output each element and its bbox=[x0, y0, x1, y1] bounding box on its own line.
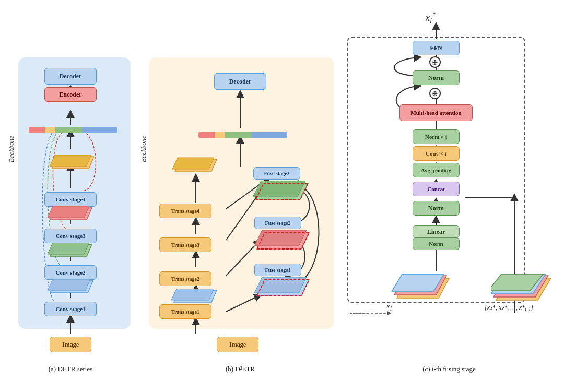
ffn-box-c: FFN bbox=[413, 41, 460, 55]
decoder-box-b: Decoder bbox=[214, 73, 266, 90]
multihead-box-c: Multi-head attention bbox=[400, 104, 473, 121]
trans-stage3-b: Trans stage3 bbox=[159, 237, 212, 252]
svg-marker-15 bbox=[48, 279, 90, 291]
fuse-stage2-box: Fuse stage2 bbox=[254, 217, 312, 253]
feat-map-1-a bbox=[46, 279, 93, 294]
fuse-stage1-box: Fuse stage1 bbox=[254, 264, 312, 300]
color-bar-b bbox=[198, 132, 287, 138]
caption-a: (a) DETR series bbox=[0, 365, 141, 373]
conv-stage3-a: Conv stage3 bbox=[44, 229, 97, 243]
feat-map-2-a bbox=[46, 243, 92, 257]
caption-c: (c) i-th fusing stage bbox=[337, 365, 561, 373]
norm-xi-box-c: Norm × i bbox=[413, 129, 460, 144]
conv-stage2-a: Conv stage2 bbox=[44, 265, 97, 280]
feat-stage1-b bbox=[170, 289, 217, 303]
concat-box-c: Concat bbox=[413, 182, 460, 196]
avg-pool-box-c: Avg. pooling bbox=[413, 163, 460, 177]
encoder-box-a: Encoder bbox=[44, 87, 97, 102]
conv-stage4-a: Conv stage4 bbox=[44, 192, 97, 207]
svg-marker-39 bbox=[171, 289, 214, 300]
norm-mid-c: Norm bbox=[413, 201, 460, 216]
image-box-a: Image bbox=[50, 337, 91, 352]
trans-stage1-b: Trans stage1 bbox=[159, 304, 212, 319]
svg-marker-28 bbox=[172, 158, 214, 169]
fuse-stage3-box: Fuse stage3 bbox=[253, 167, 311, 204]
prev-feat-maps-c bbox=[491, 274, 554, 303]
svg-marker-9 bbox=[50, 155, 91, 167]
trans-stage2-b: Trans stage2 bbox=[159, 271, 212, 286]
trans-stage4-b: Trans stage4 bbox=[159, 204, 212, 218]
backbone-label-b: Backbone bbox=[139, 136, 148, 162]
dotted-arrow-indicator-c: ···········→ bbox=[348, 310, 370, 316]
backbone-label-a: Backbone bbox=[7, 136, 16, 162]
image-box-b: Image bbox=[217, 337, 258, 352]
add-circle-top-c: ⊕ bbox=[429, 56, 441, 68]
feat-map-3-a bbox=[46, 206, 92, 221]
xi-label-c: xi bbox=[386, 302, 392, 313]
decoder-box-a: Decoder bbox=[44, 68, 97, 85]
svg-marker-13 bbox=[48, 243, 89, 254]
color-bar-a bbox=[29, 127, 118, 133]
output-label-c: xi* bbox=[426, 10, 436, 26]
xi-feat-maps-c bbox=[389, 274, 452, 300]
norm-top-c: Norm bbox=[413, 70, 460, 85]
panel-b: Backbone bbox=[138, 0, 342, 376]
svg-marker-11 bbox=[48, 206, 89, 218]
panel-a: Backbone bbox=[0, 0, 141, 376]
conv-stage1-a: Conv stage1 bbox=[44, 302, 97, 316]
conv-xi-box-c: Conv × i bbox=[413, 146, 460, 161]
feat-top-b bbox=[170, 157, 217, 172]
panel-c: xi* ⊕ FFN Norm ⊕ Multi-head attention No… bbox=[337, 0, 561, 376]
feat-map-4-a bbox=[47, 154, 94, 170]
linear-box-c: Linear bbox=[413, 225, 460, 238]
caption-b: (b) D²ETR bbox=[138, 365, 342, 373]
prev-label-c: [x₁*, x₂*, …, x*i-1] bbox=[485, 304, 533, 312]
norm-bottom-c: Norm bbox=[413, 237, 460, 250]
add-circle-lower-c: ⊕ bbox=[429, 88, 441, 99]
